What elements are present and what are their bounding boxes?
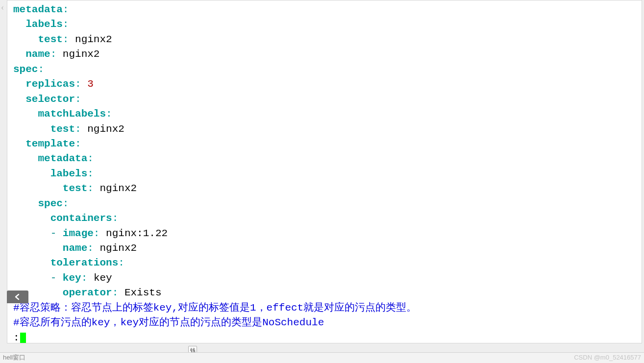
colon: : — [112, 213, 119, 224]
code-editor[interactable]: metadata: labels: test: nginx2 name: ngi… — [7, 0, 642, 343]
val-nginx2: nginx2 — [99, 183, 137, 194]
val-nginx2: nginx2 — [99, 242, 137, 254]
colon: : — [118, 257, 124, 268]
key-metadata: metadata — [13, 4, 63, 15]
editor-wrap: ‹ metadata: labels: test: nginx2 name: n… — [0, 0, 644, 363]
colon: : — [63, 4, 69, 15]
key-key: key — [63, 272, 81, 284]
key-labels: labels — [25, 19, 63, 30]
colon: : — [106, 108, 112, 120]
val-nginx2: nginx2 — [87, 123, 124, 135]
key-name: name — [25, 48, 50, 60]
colon: : — [75, 123, 81, 135]
colon: : — [112, 287, 119, 298]
key-image: image — [63, 228, 94, 239]
key-matchlabels: matchLabels — [38, 108, 106, 120]
val-replicas: 3 — [87, 78, 94, 90]
colon: : — [38, 64, 44, 75]
colon: : — [75, 78, 81, 90]
colon: : — [63, 19, 69, 30]
status-bar: hell窗口 CSDN @m0_52416577 — [0, 352, 644, 363]
val-nginx2: nginx2 — [75, 34, 112, 45]
chevron-left-icon — [13, 293, 22, 300]
colon: : — [63, 198, 69, 209]
key-test: test — [38, 34, 62, 45]
key-containers: containers — [50, 213, 112, 224]
watermark-text: CSDN @m0_52416577 — [574, 353, 641, 363]
colon: : — [87, 242, 94, 254]
key-labels: labels — [50, 168, 88, 179]
key-name: name — [63, 242, 87, 254]
key-spec: spec — [13, 64, 38, 75]
key-selector: selector — [25, 94, 75, 105]
collapse-tab-button[interactable] — [7, 290, 28, 303]
comment-line-1: #容忍策略：容忍节点上的标签key,对应的标签值是1，effect就是对应的污点… — [13, 302, 417, 314]
colon: : — [50, 48, 57, 60]
val-image: nginx:1.22 — [106, 228, 168, 239]
key-test: test — [63, 183, 87, 194]
val-key: key — [94, 272, 112, 284]
key-replicas: replicas — [25, 78, 75, 90]
key-tolerations: tolerations — [50, 257, 119, 268]
cursor-icon — [20, 333, 26, 343]
status-left-label: hell窗口 — [3, 353, 25, 363]
key-spec: spec — [38, 198, 62, 209]
dash: - — [50, 272, 57, 284]
comment-line-2: #容忍所有污点的key，key对应的节点的污点的类型是NoSchedule — [13, 317, 324, 328]
key-template: template — [25, 138, 75, 149]
colon: : — [87, 153, 94, 164]
dash: - — [50, 228, 57, 239]
colon: : — [75, 94, 81, 105]
quote-icon: ‹ — [1, 1, 4, 14]
colon: : — [81, 272, 88, 284]
val-nginx2: nginx2 — [63, 48, 100, 60]
colon: : — [63, 34, 69, 45]
colon: : — [87, 183, 94, 194]
key-test: test — [50, 123, 75, 135]
val-operator: Exists — [124, 287, 162, 298]
key-operator: operator — [63, 287, 112, 298]
vim-command-colon: : — [13, 332, 20, 343]
colon: : — [75, 138, 81, 149]
colon: : — [87, 168, 94, 179]
colon: : — [94, 228, 100, 239]
key-metadata: metadata — [38, 153, 87, 164]
